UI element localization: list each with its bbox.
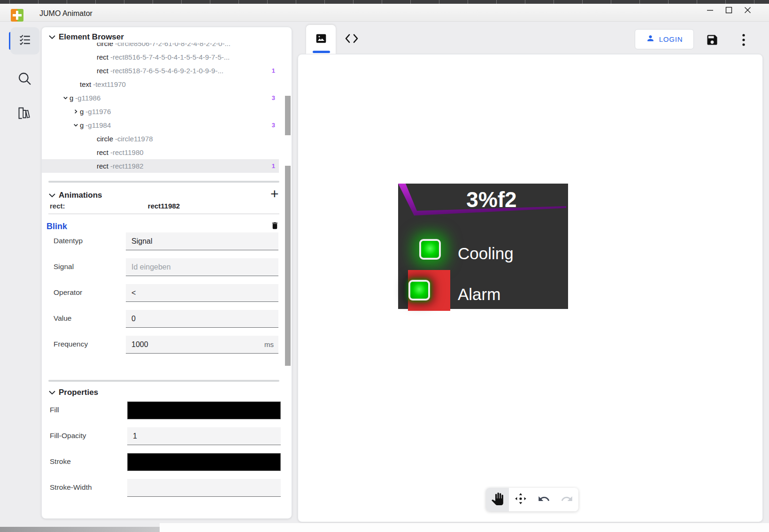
ruler-tick xyxy=(525,0,525,4)
tree-node-type: circle xyxy=(97,135,113,143)
fill-opacity-input[interactable]: 1 xyxy=(127,427,281,445)
tree-row-rectrect85187655[interactable]: rect-rect8518-7-6-5-5-4-6-9-2-1-0-9-9-..… xyxy=(42,64,279,77)
minimize-button[interactable] xyxy=(700,4,719,16)
tree-row-gg11984[interactable]: g-g119843 xyxy=(42,118,279,132)
tab-design-view[interactable] xyxy=(306,25,336,54)
ruler-tick xyxy=(382,0,382,4)
tree-node-type: rect xyxy=(97,162,108,170)
close-button[interactable] xyxy=(738,4,757,16)
tree-node-id: -g11984 xyxy=(85,121,111,129)
tree-row-rectrect11980[interactable]: rect-rect11980 xyxy=(42,146,279,159)
tree-node-id: -text11970 xyxy=(93,80,126,88)
widget-item-label: Alarm xyxy=(458,285,500,304)
ruler-tick xyxy=(124,0,124,4)
tree-scrollbar[interactable] xyxy=(285,96,291,135)
active-tab-indicator xyxy=(313,51,330,53)
app-logo-icon xyxy=(11,9,23,22)
field-label: Signal xyxy=(54,262,74,271)
image-icon xyxy=(315,32,327,46)
tree-node-type: g xyxy=(80,121,84,129)
ruler-tick xyxy=(725,0,726,4)
panel-scrollbar[interactable] xyxy=(285,166,291,366)
ruler-tick xyxy=(267,0,268,4)
field-unit: ms xyxy=(264,340,274,348)
tree-node-id: -g11976 xyxy=(85,108,111,116)
ruler-tick xyxy=(238,0,239,4)
kebab-menu-icon[interactable] xyxy=(738,32,749,47)
save-icon[interactable] xyxy=(706,33,719,46)
ruler-tick xyxy=(210,0,210,4)
ruler-tick xyxy=(496,0,497,4)
chevron-down-icon[interactable] xyxy=(62,95,69,101)
background-ruler-strip xyxy=(0,0,769,4)
svg-widget-panel[interactable]: 3%f2 CoolingAlarm xyxy=(398,184,568,309)
properties-header[interactable]: Properties xyxy=(49,388,98,397)
value-input[interactable]: 0 xyxy=(126,310,278,328)
tree-row-gg11986[interactable]: g-g119863 xyxy=(42,91,279,105)
login-button[interactable]: LOGIN xyxy=(635,29,694,49)
trash-icon[interactable] xyxy=(270,221,279,232)
tree-row-rectrect11982[interactable]: rect-rect119821 xyxy=(42,159,279,173)
field-label: Datentyp xyxy=(54,237,83,245)
ruler-tick xyxy=(639,0,640,4)
indicator-light xyxy=(419,239,441,260)
property-row-stroke-width: Stroke-Width xyxy=(42,479,292,497)
animation-name-link[interactable]: Blink xyxy=(46,222,67,231)
ruler-tick xyxy=(410,0,411,4)
tab-code-view[interactable] xyxy=(344,32,359,47)
animation-count-badge: 3 xyxy=(272,94,275,101)
animations-header[interactable]: Animations xyxy=(49,191,102,200)
property-label: Fill-Opacity xyxy=(50,432,86,440)
ruler-tick xyxy=(611,0,611,4)
stroke-width-input[interactable] xyxy=(127,479,281,497)
frequency-input[interactable]: 1000ms xyxy=(126,336,278,354)
checklist-icon xyxy=(18,34,32,48)
ruler-tick xyxy=(582,0,583,4)
ruler-tick xyxy=(38,0,38,4)
operator-input[interactable]: < xyxy=(126,284,278,302)
tree-row-circlecircle11978[interactable]: circle-circle11978 xyxy=(42,132,279,146)
fill-color-swatch[interactable] xyxy=(127,401,281,419)
ruler-tick xyxy=(668,0,669,4)
ruler-tick xyxy=(754,0,754,4)
background-window-strip xyxy=(0,527,160,532)
person-icon xyxy=(646,34,655,45)
rail-item-search[interactable] xyxy=(10,66,39,93)
tree-node-type: rect xyxy=(97,53,108,61)
field-row-frequency: Frequency1000ms xyxy=(42,336,292,354)
maximize-button[interactable] xyxy=(719,4,738,16)
properties-title: Properties xyxy=(59,388,98,397)
divider xyxy=(48,380,279,382)
tree-row-circlecircle850672[interactable]: circle-circle8506-7-2-61-0-8-2-4-8-2-2-0… xyxy=(42,43,279,50)
tree-row-gg11976[interactable]: g-g11976 xyxy=(42,105,279,118)
tree-row-rectrect85165745[interactable]: rect-rect8516-5-7-4-5-0-4-1-5-5-4-9-7-5-… xyxy=(42,50,279,64)
hand-button[interactable] xyxy=(486,488,509,511)
login-label: LOGIN xyxy=(659,35,683,43)
canvas-toolbar xyxy=(486,488,578,511)
ruler-tick xyxy=(324,0,325,4)
chevron-right-icon[interactable] xyxy=(73,108,79,115)
property-value: 1 xyxy=(133,432,137,440)
hand-icon xyxy=(491,493,504,507)
rail-item-library[interactable] xyxy=(10,100,39,128)
signal-input[interactable]: Id eingeben xyxy=(126,258,278,276)
ruler-tick xyxy=(9,0,10,4)
chevron-down-icon[interactable] xyxy=(73,122,79,128)
redo-icon xyxy=(561,493,573,507)
animation-target-row: rect: rect11982 xyxy=(48,199,279,214)
undo-button[interactable] xyxy=(532,488,555,511)
window-title: JUMO Animator xyxy=(39,9,92,18)
tree-node-id: -rect8518-7-6-5-5-4-6-9-2-1-0-9-9-... xyxy=(110,67,223,75)
element-browser-header[interactable]: Element Browser xyxy=(49,32,124,42)
tree-row-texttext11970[interactable]: text-text11970 xyxy=(42,77,279,91)
property-label: Stroke xyxy=(50,457,71,466)
background-window-strip xyxy=(160,523,769,532)
animation-count-badge: 1 xyxy=(272,162,275,170)
rail-item-checklist[interactable] xyxy=(10,27,39,54)
datentyp-input[interactable]: Signal xyxy=(126,232,278,250)
field-value: < xyxy=(131,289,136,297)
stroke-color-swatch[interactable] xyxy=(127,453,281,471)
ruler-tick xyxy=(468,0,468,4)
move-button[interactable] xyxy=(509,488,532,511)
inspector-panel: Element Browser circle-circle8506-7-2-61… xyxy=(41,27,292,519)
